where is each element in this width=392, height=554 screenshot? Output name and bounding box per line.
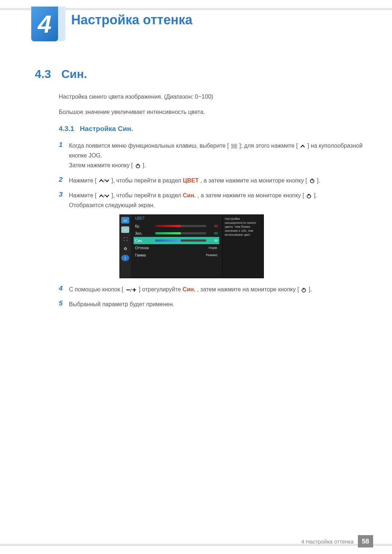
chapter-badge: 4 [31, 7, 58, 41]
text: С помощью кнопок [ [69, 286, 123, 292]
keyword-blue: Син. [183, 192, 196, 198]
footer-text: 4 Настройка оттенка [301, 538, 354, 545]
power-icon [306, 193, 312, 198]
svg-text:/: / [103, 194, 105, 198]
osd-row-hue: Оттенок Норм. [134, 244, 219, 251]
intro-paragraph-2: Большое значение увеличивает интенсивнос… [59, 107, 363, 117]
osd-label: Гамма [135, 253, 155, 257]
step-body: Нажмите [ / ], чтобы перейти в раздел Си… [69, 190, 317, 210]
step-4: 4 С помощью кнопок [ / ] отрегулируйте С… [59, 284, 363, 294]
section-title: Син. [61, 67, 87, 81]
text: ], чтобы перейти в раздел [111, 177, 183, 184]
osd-label: Оттенок [135, 246, 155, 250]
osd-value: 50 [209, 239, 218, 242]
step-num: 4 [59, 284, 69, 294]
step-body: С помощью кнопок [ / ] отрегулируйте Син… [69, 284, 312, 294]
osd-slider-blue [155, 239, 206, 242]
osd-menu: ▭ ≡ ⛶ ✿ i ЦВЕТ Кр. 50 Зел. 50 Син. 50 От… [120, 215, 264, 278]
section-number: 4.3 [35, 67, 51, 81]
intro-paragraph-1: Настройка синего цвета изображения. (Диа… [59, 92, 363, 102]
osd-row-green: Зел. 50 [134, 230, 219, 237]
osd-value: Норм. [190, 246, 218, 250]
osd-nav-picture-icon: ▭ [121, 217, 129, 223]
osd-value: Режим1 [190, 253, 218, 257]
power-icon [135, 163, 141, 168]
step-num: 3 [59, 190, 69, 210]
step-num: 5 [59, 299, 69, 309]
up-down-arrow-icon: / [98, 178, 110, 183]
osd-nav-settings-icon: ✿ [121, 245, 129, 252]
section-heading: 4.3 Син. [35, 67, 87, 81]
osd-title: ЦВЕТ [134, 216, 219, 220]
svg-text:/: / [103, 178, 105, 183]
page-footer: 4 Настройка оттенка 58 [301, 535, 373, 547]
text: ]; для этого нажмите [ [239, 143, 298, 149]
step-1: 1 Когда появится меню функциональных кла… [59, 141, 363, 171]
text: Затем нажмите кнопку [ [69, 162, 133, 168]
osd-main: ЦВЕТ Кр. 50 Зел. 50 Син. 50 Оттенок Норм… [131, 215, 222, 278]
text: , а затем нажмите на мониторе кнопку [ [200, 177, 307, 184]
svg-text:/: / [130, 288, 132, 292]
minus-plus-icon: / [125, 288, 137, 292]
step-5: 5 Выбранный параметр будет применен. [59, 299, 363, 309]
osd-sidebar: ▭ ≡ ⛶ ✿ i [120, 215, 131, 278]
step-num: 1 [59, 141, 69, 171]
subsection-title: Настройка Син. [80, 125, 133, 132]
osd-row-red: Кр. 50 [134, 222, 219, 230]
text: ]. [309, 286, 312, 292]
osd-label: Син. [135, 239, 155, 243]
text: Отобразится следующий экран. [69, 202, 155, 208]
text: ]. [317, 177, 320, 184]
text: , а затем нажмите на мониторе кнопку [ [197, 192, 304, 198]
up-down-arrow-icon: / [98, 194, 110, 198]
text: Когда появится меню функциональных клави… [69, 143, 229, 149]
chapter-badge-side [58, 7, 65, 41]
osd-nav-info-icon: i [121, 255, 129, 261]
text: Нажмите [ [69, 192, 97, 198]
up-arrow-icon [299, 144, 306, 148]
text: ] отрегулируйте [139, 286, 183, 292]
step-body: Когда появится меню функциональных клави… [69, 141, 363, 171]
step-num: 2 [59, 176, 69, 185]
step-body: Выбранный параметр будет применен. [69, 299, 174, 309]
text: ]. [143, 162, 146, 168]
step-3: 3 Нажмите [ / ], чтобы перейти в раздел … [59, 190, 363, 210]
chapter-title: Настройка оттенка [71, 12, 192, 28]
menu-icon [230, 144, 238, 148]
osd-info-panel: Настройка насыщенности синего цвета. Чем… [222, 215, 264, 278]
footer-page-number: 58 [358, 535, 373, 547]
osd-nav-resize-icon: ⛶ [121, 236, 129, 242]
osd-row-blue-selected: Син. 50 [134, 237, 219, 244]
power-icon [301, 287, 307, 292]
step-body: Нажмите [ / ], чтобы перейти в раздел ЦВ… [69, 176, 320, 185]
keyword-blue: Син. [183, 286, 196, 292]
osd-nav-color-icon: ≡ [121, 226, 129, 233]
text: ], чтобы перейти в раздел [111, 192, 183, 198]
osd-value: 50 [209, 231, 218, 235]
osd-slider-green [155, 232, 206, 234]
osd-row-gamma: Гамма Режим1 [134, 251, 219, 259]
steps-list-continued: 4 С помощью кнопок [ / ] отрегулируйте С… [59, 284, 363, 314]
text: , затем нажмите на мониторе кнопку [ [197, 286, 299, 292]
text: ]. [314, 192, 317, 198]
subsection-number: 4.3.1 [59, 125, 74, 132]
power-icon [309, 178, 315, 183]
subsection-heading: 4.3.1 Настройка Син. [59, 125, 133, 133]
text: Нажмите [ [69, 177, 97, 184]
osd-label: Зел. [135, 231, 155, 235]
keyword-color: ЦВЕТ [183, 177, 199, 184]
osd-slider-red [155, 225, 206, 227]
osd-value: 50 [209, 224, 218, 228]
osd-label: Кр. [135, 224, 155, 228]
step-2: 2 Нажмите [ / ], чтобы перейти в раздел … [59, 176, 363, 185]
steps-list: 1 Когда появится меню функциональных кла… [59, 141, 363, 215]
chapter-number: 4 [38, 10, 52, 38]
